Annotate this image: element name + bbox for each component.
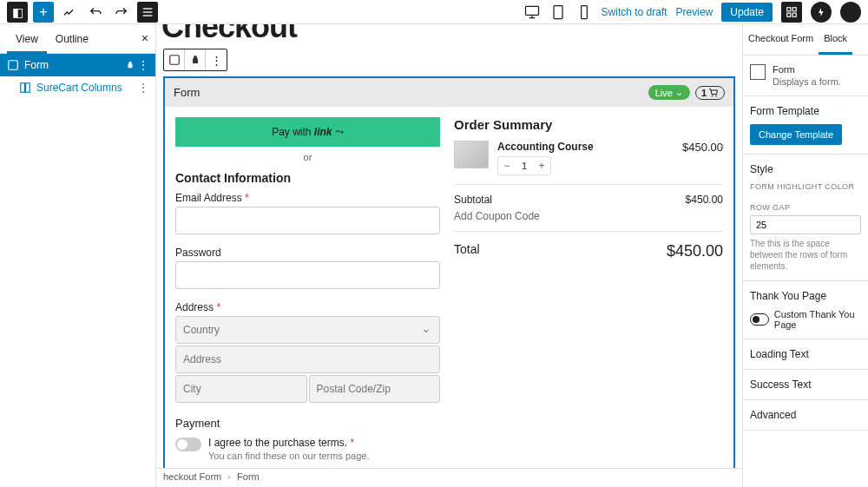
payment-heading: Payment: [175, 417, 440, 430]
avatar-icon[interactable]: [840, 2, 861, 23]
svg-rect-2: [143, 15, 153, 16]
breadcrumb-current[interactable]: Form: [237, 471, 260, 482]
more-icon[interactable]: ⋮: [206, 49, 227, 70]
loading-text-section[interactable]: Loading Text: [743, 339, 868, 370]
wp-logo-icon[interactable]: ◧: [7, 2, 28, 23]
email-label: Email Address *: [175, 192, 440, 204]
svg-rect-7: [792, 7, 796, 10]
arrow-icon: ⤳: [335, 126, 344, 138]
row-gap-input[interactable]: [750, 215, 861, 234]
lock-icon[interactable]: [185, 49, 206, 70]
terms-toggle[interactable]: [175, 438, 201, 451]
tree-item-label: SureCart Columns: [36, 82, 122, 94]
svg-rect-1: [143, 11, 153, 12]
list-view-icon[interactable]: [137, 2, 158, 23]
close-icon[interactable]: ×: [141, 31, 148, 45]
svg-rect-4: [554, 5, 562, 18]
preview-link[interactable]: Preview: [676, 6, 713, 18]
quantity-stepper: − 1 +: [497, 156, 551, 175]
editor-canvas: Checkout ⋮ Form Live ⌄ 1 Pay: [156, 24, 742, 487]
email-field[interactable]: [175, 207, 440, 234]
more-icon[interactable]: ⋮: [138, 82, 148, 94]
postal-field[interactable]: [309, 375, 441, 403]
redo-icon[interactable]: [111, 2, 132, 23]
custom-thankyou-label: Custom Thank You Page: [774, 309, 861, 330]
tab-outline[interactable]: Outline: [47, 33, 97, 45]
success-text-section[interactable]: Success Text: [743, 370, 868, 400]
undo-icon[interactable]: [85, 2, 106, 23]
address-label: Address *: [175, 301, 440, 313]
block-name: Form: [773, 64, 841, 75]
update-button[interactable]: Update: [721, 3, 773, 22]
mobile-icon[interactable]: [575, 3, 593, 21]
qty-value: 1: [516, 161, 533, 171]
svg-rect-3: [525, 6, 538, 15]
contact-heading: Contact Information: [175, 171, 440, 185]
product-image: [454, 141, 489, 168]
terms-subtext: You can find these on our terms page.: [208, 451, 370, 461]
desktop-icon[interactable]: [523, 3, 541, 21]
form-block-icon: [750, 64, 766, 80]
country-select[interactable]: [175, 316, 440, 344]
terms-label: I agree to the purchase terms.: [208, 437, 347, 449]
city-field[interactable]: [175, 375, 307, 403]
separator-or: or: [175, 152, 440, 162]
list-view-panel: View Outline × Form ⋮ SureCart Columns ⋮: [0, 24, 156, 487]
switch-draft-link[interactable]: Switch to draft: [602, 6, 667, 18]
change-template-button[interactable]: Change Template: [750, 124, 842, 145]
breadcrumb: heckout Form › Form: [156, 468, 742, 487]
form-header-label: Form: [174, 86, 200, 99]
block-type-icon[interactable]: [164, 49, 185, 70]
order-summary-heading: Order Summary: [454, 117, 723, 132]
address-field[interactable]: [175, 346, 440, 373]
form-template-heading: Form Template: [750, 105, 861, 117]
cart-icon: [708, 88, 719, 98]
pay-with-link-button[interactable]: Pay with link ⤳: [175, 117, 440, 147]
product-name: Accounting Course: [497, 141, 674, 153]
product-price: $450.00: [682, 141, 723, 154]
total-row: Total $450.00: [454, 242, 723, 260]
add-block-button[interactable]: +: [33, 2, 54, 23]
block-toolbar: ⋮: [163, 49, 227, 71]
tab-block[interactable]: Block: [819, 24, 852, 55]
page-title: Checkout: [161, 24, 733, 45]
custom-thankyou-toggle[interactable]: [750, 313, 769, 326]
tab-checkout-form[interactable]: Checkout Form: [743, 24, 819, 55]
advanced-section[interactable]: Advanced: [743, 400, 868, 431]
svg-rect-12: [26, 83, 30, 93]
highlight-color-label: FORM HIGHLIGHT COLOR: [750, 182, 861, 191]
product-row: Accounting Course − 1 + $450.00 ×: [454, 141, 723, 175]
terms-row: I agree to the purchase terms. * You can…: [175, 437, 440, 461]
settings-icon[interactable]: [781, 2, 802, 23]
jetpack-icon[interactable]: [811, 2, 832, 23]
qty-decrease-button[interactable]: −: [498, 157, 516, 174]
live-badge[interactable]: Live ⌄: [648, 85, 690, 100]
block-identity: Form Displays a form.: [743, 56, 868, 96]
tree-item-surecart-columns[interactable]: SureCart Columns ⋮: [0, 76, 155, 99]
svg-rect-6: [787, 7, 791, 10]
cart-badge[interactable]: 1: [695, 86, 725, 100]
svg-rect-13: [169, 56, 179, 65]
svg-rect-0: [143, 8, 153, 9]
add-coupon-link[interactable]: Add Coupon Code: [454, 210, 723, 222]
svg-rect-9: [792, 13, 796, 16]
block-description: Displays a form.: [773, 76, 841, 87]
remove-item-button[interactable]: ×: [720, 141, 725, 151]
qty-increase-button[interactable]: +: [533, 157, 550, 174]
style-heading: Style: [750, 163, 861, 175]
password-field[interactable]: [175, 261, 440, 289]
top-toolbar: ◧ + Switch to draft Preview Update: [0, 0, 868, 24]
breadcrumb-parent[interactable]: heckout Form: [163, 471, 221, 482]
row-gap-label: ROW GAP: [750, 203, 861, 212]
svg-rect-8: [787, 13, 791, 16]
edit-icon[interactable]: [59, 2, 80, 23]
svg-rect-11: [21, 83, 25, 93]
tablet-icon[interactable]: [549, 3, 567, 21]
form-block-frame[interactable]: Form Live ⌄ 1 Pay with link ⤳ or Contact…: [163, 76, 735, 487]
more-icon[interactable]: ⋮: [138, 59, 148, 71]
tab-view[interactable]: View: [7, 24, 47, 54]
subtotal-row: Subtotal $450.00: [454, 194, 723, 206]
settings-sidebar: Checkout Form Block Form Displays a form…: [742, 24, 868, 487]
tree-item-form[interactable]: Form ⋮: [0, 54, 155, 76]
lock-icon: [126, 61, 135, 69]
